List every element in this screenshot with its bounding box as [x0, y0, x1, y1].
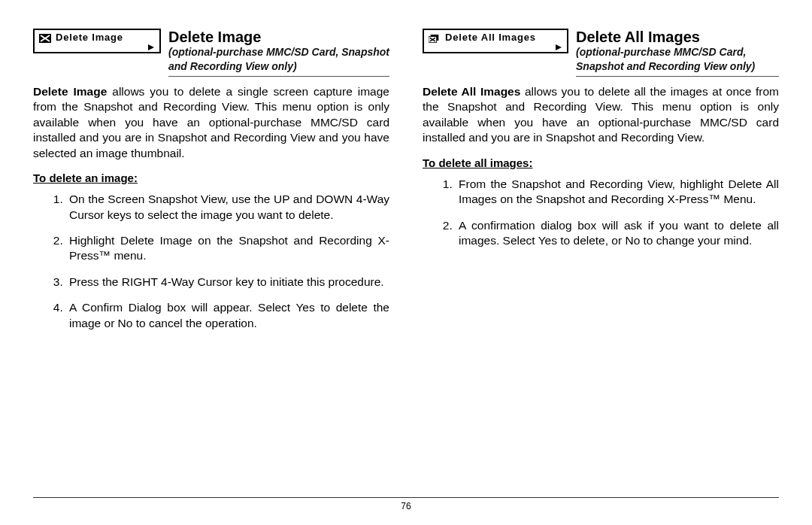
svg-marker-8 [556, 44, 562, 50]
section-title: Delete Image [168, 29, 389, 45]
title-block: Delete Image (optional-purchase MMC/SD C… [168, 29, 389, 77]
list-item: Press the RIGHT 4-Way Cursor key to init… [66, 275, 389, 290]
right-arrow-icon [429, 44, 562, 51]
section-subtitle: (optional-purchase MMC/SD Card, Snapshot… [576, 45, 779, 74]
lead-term: Delete All Images [423, 85, 520, 98]
section-header: Delete All Images Delete All Images (opt… [423, 29, 779, 77]
procedure-list: From the Snapshot and Recording View, hi… [423, 177, 779, 249]
page-number: 76 [401, 501, 411, 511]
intro-paragraph: Delete Image allows you to delete a sing… [33, 84, 389, 161]
page-footer: 76 [33, 497, 779, 511]
delete-all-images-icon [429, 33, 441, 42]
list-item: A Confirm Dialog box will appear. Select… [66, 300, 389, 331]
menu-option-label: Delete Image [56, 32, 123, 42]
list-item: On the Screen Snapshot View, use the UP … [66, 192, 389, 223]
section-header: Delete Image Delete Image (optional-purc… [33, 29, 389, 77]
right-arrow-icon [39, 44, 155, 51]
menu-option-label: Delete All Images [445, 32, 536, 42]
intro-paragraph: Delete All Images allows you to delete a… [423, 84, 779, 146]
svg-marker-3 [148, 44, 154, 50]
procedure-heading: To delete all images: [423, 156, 779, 169]
list-item: Highlight Delete Image on the Snapshot a… [66, 233, 389, 264]
delete-image-icon [39, 33, 51, 42]
list-item: A confirmation dialog box will ask if yo… [456, 218, 779, 249]
lead-term: Delete Image [33, 85, 107, 98]
two-column-layout: Delete Image Delete Image (optional-purc… [33, 29, 779, 341]
menu-option-thumbnail: Delete Image [33, 29, 161, 53]
procedure-list: On the Screen Snapshot View, use the UP … [33, 192, 389, 331]
section-title: Delete All Images [576, 29, 779, 45]
right-column: Delete All Images Delete All Images (opt… [423, 29, 779, 341]
title-block: Delete All Images (optional-purchase MMC… [576, 29, 779, 77]
section-subtitle: (optional-purchase MMC/SD Card, Snapshot… [168, 45, 389, 74]
procedure-heading: To delete an image: [33, 171, 389, 184]
list-item: From the Snapshot and Recording View, hi… [456, 177, 779, 208]
menu-option-thumbnail: Delete All Images [423, 29, 568, 53]
left-column: Delete Image Delete Image (optional-purc… [33, 29, 389, 341]
